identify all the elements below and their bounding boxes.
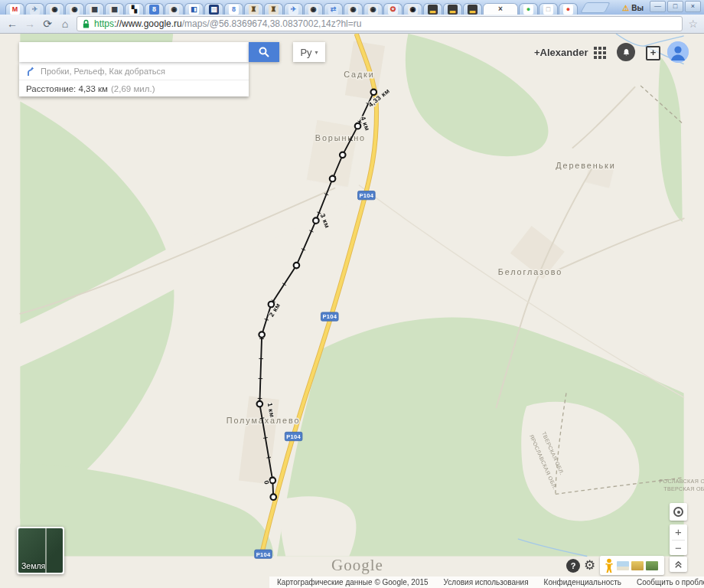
measure-waypoint[interactable] <box>294 263 300 269</box>
profile-badge-label: Вы <box>631 4 644 12</box>
bell-icon <box>621 47 631 57</box>
apps-grid-icon[interactable] <box>594 47 597 50</box>
close-button[interactable]: × <box>685 1 701 12</box>
window-controls: — □ × <box>650 1 701 12</box>
tab-checkered[interactable]: ▚ <box>125 3 144 15</box>
tab-gmail[interactable]: M <box>5 3 24 15</box>
address-bar[interactable]: https://www.google.ru/maps/@56.8369674,3… <box>77 16 683 31</box>
measure-waypoint[interactable] <box>340 152 346 158</box>
measure-waypoint[interactable] <box>330 176 336 182</box>
translate-favicon: ⇄ <box>328 5 338 15</box>
distance-result-row: Расстояние: 4,33 км (2,69 мил.) <box>19 80 249 96</box>
report-problem-link[interactable]: Сообщить о проблеме <box>637 578 704 586</box>
tab-grid-app[interactable]: ▦ <box>105 3 124 15</box>
earth-layer-toggle[interactable]: Земля <box>17 527 64 574</box>
add-collection-icon[interactable]: + <box>646 46 660 60</box>
tab-cop-info[interactable]: ▂ <box>443 3 462 15</box>
tab-grid-app[interactable]: ▦ <box>85 3 104 15</box>
g8-favicon: 8 <box>229 5 239 15</box>
back-button[interactable]: ← <box>6 18 18 30</box>
my-location-button[interactable] <box>670 503 687 521</box>
imagery-thumb-terrain[interactable] <box>631 561 644 570</box>
tab-swirl[interactable]: ✪ <box>383 3 403 15</box>
tab-ibm[interactable]: ▤ <box>204 3 223 15</box>
tab-roundel[interactable]: ◉ <box>344 3 363 15</box>
imagery-thumb-satellite[interactable] <box>646 561 658 570</box>
zoom-out-button[interactable]: − <box>670 541 687 556</box>
url-text: https://www.google.ru/maps/@56.8369674,3… <box>94 18 361 29</box>
distance-miles: (2,69 мил.) <box>111 84 155 93</box>
tab-roundel[interactable]: ◉ <box>45 3 64 15</box>
tab-roundel[interactable]: ◉ <box>65 3 84 15</box>
forward-button[interactable]: → <box>24 18 36 30</box>
restore-button[interactable]: □ <box>667 1 683 12</box>
tab-vehicle[interactable]: ♜ <box>264 3 283 15</box>
tab-roundel[interactable]: ◉ <box>304 3 323 15</box>
notifications-bell-icon[interactable] <box>617 43 635 61</box>
flight-favicon: ✈ <box>30 5 40 15</box>
my-location-icon <box>673 507 683 517</box>
tab-roundel[interactable]: ◉ <box>403 3 422 15</box>
suggestion-row[interactable]: Пробки, Рельеф, Как добраться <box>19 62 249 80</box>
privacy-link[interactable]: Конфиденциальность <box>544 578 621 586</box>
reload-button[interactable]: ⟳ <box>41 18 54 30</box>
tab-flight[interactable]: ✈ <box>284 3 303 15</box>
roundel-favicon: ◉ <box>308 5 318 15</box>
tab-blank-page[interactable]: □ <box>539 3 558 15</box>
imagery-thumb-photos[interactable] <box>617 561 629 570</box>
tab-squares[interactable]: ◧ <box>184 3 204 15</box>
tab-g8[interactable]: 8 <box>224 3 243 15</box>
account-name-link[interactable]: +Alexander <box>534 47 588 58</box>
zoom-in-button[interactable]: + <box>670 524 687 540</box>
search-button[interactable] <box>249 42 279 62</box>
roundel-favicon: ◉ <box>50 5 60 15</box>
search-input[interactable] <box>19 42 249 62</box>
gear-icon[interactable]: ⚙ <box>584 558 595 573</box>
measure-waypoint[interactable] <box>313 217 319 224</box>
tab-map-pin[interactable]: ● <box>559 3 578 15</box>
padlock-icon <box>82 19 90 29</box>
attribution-bar: Картографические данные © Google, 2015 У… <box>269 577 704 588</box>
tab-cop-info[interactable]: ▂ <box>463 3 482 15</box>
measure-waypoint[interactable] <box>355 123 361 129</box>
terms-link[interactable]: Условия использования <box>444 578 529 586</box>
bookmark-star-icon[interactable]: ☆ <box>688 18 698 30</box>
tab-translate[interactable]: ⇄ <box>324 3 343 15</box>
grid-app-favicon: ▦ <box>90 5 99 15</box>
flight-favicon: ✈ <box>288 5 298 15</box>
tab-green-dot[interactable]: ● <box>519 3 538 15</box>
place-label: Ворынино <box>315 133 366 142</box>
tab-roundel[interactable]: ◉ <box>165 3 184 15</box>
profile-badge[interactable]: ⚠ Вы <box>622 4 650 15</box>
minimize-button[interactable]: — <box>650 1 666 12</box>
tab-vehicle[interactable]: ♜ <box>244 3 263 15</box>
tab-g8[interactable]: 8 <box>145 3 164 15</box>
measure-waypoint[interactable] <box>257 401 263 407</box>
help-button[interactable]: ? <box>566 559 580 573</box>
home-button[interactable]: ⌂ <box>59 18 71 30</box>
measure-waypoint[interactable] <box>270 494 276 500</box>
measure-waypoint[interactable] <box>259 332 265 338</box>
vehicle-favicon: ♜ <box>249 5 259 15</box>
new-tab-button[interactable] <box>580 2 610 13</box>
measure-waypoint[interactable] <box>371 90 377 96</box>
roundel-favicon: ◉ <box>169 5 179 15</box>
person-icon <box>667 41 689 63</box>
language-selector[interactable]: Ру ▾ <box>293 42 325 62</box>
map-svg: СадкиВорыниноДеревенькиБелоглазовоПолума… <box>0 34 704 588</box>
avatar[interactable] <box>667 41 689 63</box>
tab-cop-info[interactable]: ▂ <box>423 3 442 15</box>
tab-roundel[interactable]: ◉ <box>363 3 383 15</box>
collapse-controls-button[interactable] <box>670 557 687 572</box>
tab-maps-active[interactable]: × <box>483 3 518 15</box>
tab-flight[interactable]: ✈ <box>25 3 44 15</box>
grid-app-favicon: ▦ <box>109 5 119 15</box>
gmail-favicon: M <box>10 5 20 15</box>
place-label: Деревеньки <box>556 161 615 170</box>
pegman-icon[interactable] <box>604 558 614 573</box>
suggestion-label: Пробки, Рельеф, Как добраться <box>41 67 165 76</box>
tab-close-icon[interactable]: × <box>498 5 503 13</box>
map-canvas[interactable]: СадкиВорыниноДеревенькиБелоглазовоПолума… <box>0 34 704 588</box>
zoom-control: + − <box>670 524 687 555</box>
double-chevron-up-icon <box>673 560 683 570</box>
